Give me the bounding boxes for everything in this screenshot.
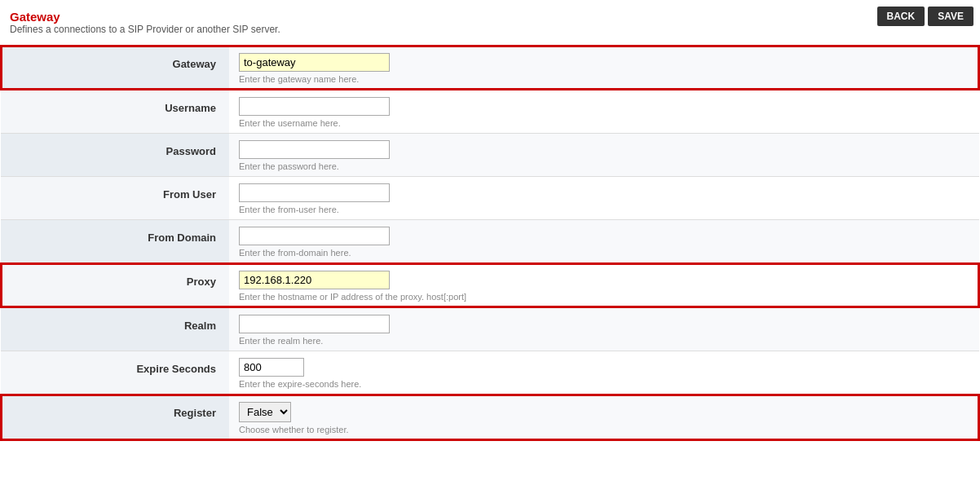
hint-username: Enter the username here. bbox=[239, 118, 969, 128]
input-from_user[interactable] bbox=[239, 183, 390, 202]
save-button[interactable]: SAVE bbox=[928, 7, 973, 26]
input-gateway[interactable] bbox=[239, 53, 390, 72]
label-from_domain: From Domain bbox=[1, 220, 229, 264]
value-cell-password: Enter the password here. bbox=[229, 134, 979, 177]
page-subtitle: Defines a connections to a SIP Provider … bbox=[10, 24, 970, 35]
label-from_user: From User bbox=[1, 177, 229, 220]
value-cell-expire_seconds: Enter the expire-seconds here. bbox=[229, 351, 979, 395]
input-realm[interactable] bbox=[239, 315, 390, 333]
page-header: Gateway Defines a connections to a SIP P… bbox=[0, 3, 980, 38]
value-cell-from_user: Enter the from-user here. bbox=[229, 177, 979, 220]
value-cell-gateway: Enter the gateway name here. bbox=[229, 46, 979, 90]
value-cell-realm: Enter the realm here. bbox=[229, 307, 979, 351]
label-register: Register bbox=[1, 395, 229, 440]
page-title: Gateway bbox=[10, 10, 970, 24]
hint-password: Enter the password here. bbox=[239, 161, 969, 171]
value-cell-proxy: Enter the hostname or IP address of the … bbox=[229, 263, 979, 307]
value-cell-from_domain: Enter the from-domain here. bbox=[229, 220, 979, 264]
form-table: GatewayEnter the gateway name here.Usern… bbox=[0, 45, 980, 441]
input-expire_seconds[interactable] bbox=[239, 358, 304, 377]
input-password[interactable] bbox=[239, 140, 390, 159]
select-register[interactable]: FalseTrue bbox=[239, 402, 291, 422]
label-password: Password bbox=[1, 134, 229, 177]
hint-from_user: Enter the from-user here. bbox=[239, 205, 969, 214]
input-from_domain[interactable] bbox=[239, 227, 390, 245]
value-cell-username: Enter the username here. bbox=[229, 90, 979, 134]
hint-realm: Enter the realm here. bbox=[239, 336, 969, 346]
input-proxy[interactable] bbox=[239, 271, 390, 289]
value-cell-register: FalseTrueChoose whether to register. bbox=[229, 395, 979, 440]
toolbar: BACK SAVE bbox=[877, 7, 973, 26]
hint-proxy: Enter the hostname or IP address of the … bbox=[239, 292, 969, 302]
label-expire_seconds: Expire Seconds bbox=[1, 351, 229, 395]
hint-register: Choose whether to register. bbox=[239, 425, 969, 434]
input-username[interactable] bbox=[239, 97, 390, 116]
hint-gateway: Enter the gateway name here. bbox=[239, 74, 969, 84]
label-proxy: Proxy bbox=[1, 263, 229, 307]
hint-from_domain: Enter the from-domain here. bbox=[239, 248, 969, 258]
back-button[interactable]: BACK bbox=[877, 7, 925, 26]
page-container: BACK SAVE Gateway Defines a connections … bbox=[0, 0, 980, 441]
label-gateway: Gateway bbox=[1, 46, 229, 90]
label-realm: Realm bbox=[1, 307, 229, 351]
hint-expire_seconds: Enter the expire-seconds here. bbox=[239, 379, 969, 389]
label-username: Username bbox=[1, 90, 229, 134]
